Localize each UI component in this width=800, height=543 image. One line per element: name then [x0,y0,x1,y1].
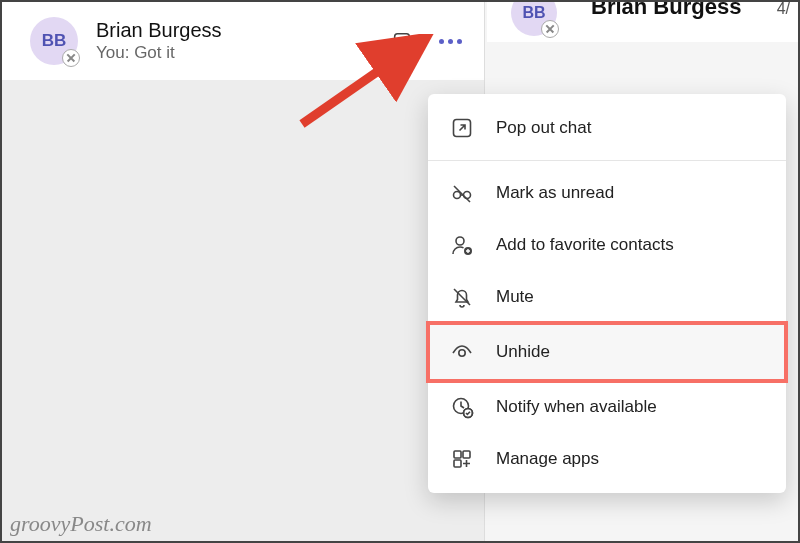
ellipsis-icon [439,39,462,44]
chat-message-preview: You: Got it [96,43,386,63]
chat-item-text: Brian Burgess You: Got it [96,19,386,63]
menu-item-label: Unhide [496,342,550,362]
svg-rect-11 [454,451,461,458]
pop-out-icon [391,30,413,52]
menu-item-notify-when-available[interactable]: Notify when available [428,381,786,433]
svg-rect-13 [454,460,461,467]
menu-item-mark-as-unread[interactable]: Mark as unread [428,167,786,219]
svg-rect-12 [463,451,470,458]
avatar-initials: BB [42,31,67,51]
svg-point-5 [456,237,464,245]
menu-item-unhide[interactable]: Unhide [428,323,786,381]
watermark: groovyPost.com [10,511,152,537]
avatar: BB [511,0,557,36]
menu-item-add-favorite[interactable]: Add to favorite contacts [428,219,786,271]
menu-item-label: Pop out chat [496,118,591,138]
chat-item-actions [386,25,466,57]
menu-item-label: Notify when available [496,397,657,417]
chat-context-menu: Pop out chat Mark as unread Add to favor… [428,94,786,493]
avatar-initials: BB [522,4,545,22]
chat-list-pane: BB Brian Burgess You: Got it [2,2,485,541]
chat-list-item[interactable]: BB Brian Burgess You: Got it [2,2,484,80]
eye-icon [450,340,474,364]
bell-off-icon [450,285,474,309]
person-add-icon [450,233,474,257]
conversation-date-fragment: 4/ [777,0,790,18]
menu-item-pop-out-chat[interactable]: Pop out chat [428,102,786,154]
menu-item-label: Mark as unread [496,183,614,203]
menu-item-label: Manage apps [496,449,599,469]
presence-offline-icon [541,20,559,38]
chat-contact-name: Brian Burgess [96,19,386,42]
apps-icon [450,447,474,471]
pop-out-button[interactable] [386,25,418,57]
clock-check-icon [450,395,474,419]
menu-item-label: Mute [496,287,534,307]
menu-divider [428,160,786,161]
menu-item-label: Add to favorite contacts [496,235,674,255]
svg-point-7 [459,350,465,356]
pop-out-icon [450,116,474,140]
presence-offline-icon [62,49,80,67]
avatar: BB [30,17,78,65]
glasses-off-icon [450,181,474,205]
more-options-button[interactable] [434,25,466,57]
menu-item-mute[interactable]: Mute [428,271,786,323]
conversation-header: BB Brian Burgess 4/ [487,2,798,42]
conversation-title: Brian Burgess [591,0,741,20]
menu-item-manage-apps[interactable]: Manage apps [428,433,786,485]
